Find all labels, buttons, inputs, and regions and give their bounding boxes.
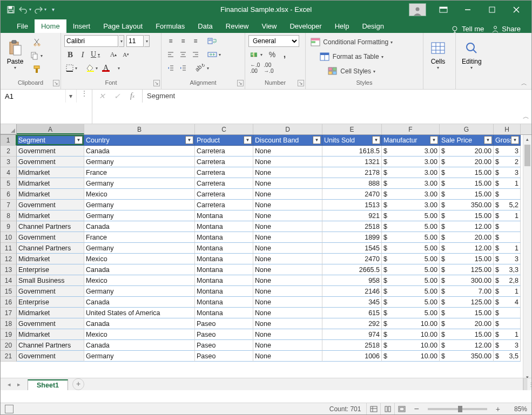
maximize-icon[interactable] — [480, 1, 504, 18]
sheet-nav-prev-icon[interactable]: ◂ — [5, 381, 14, 388]
row-header[interactable]: 9 — [1, 221, 17, 232]
cell[interactable]: Canada — [84, 221, 195, 232]
cell[interactable]: Channel Partners — [17, 221, 84, 232]
format-painter-icon[interactable] — [29, 63, 46, 75]
cell[interactable]: $20.00 — [440, 232, 494, 243]
row-header[interactable]: 13 — [1, 264, 17, 275]
col-header-D[interactable]: D — [253, 124, 322, 134]
cell[interactable]: $ — [494, 318, 521, 329]
account-avatar[interactable] — [409, 4, 426, 16]
cell[interactable]: Enterprise — [17, 297, 84, 308]
cell[interactable]: 2518 — [322, 340, 382, 351]
collapse-ribbon-icon[interactable]: ︿ — [521, 79, 527, 87]
cell[interactable]: Carretera — [195, 167, 253, 178]
cell[interactable]: $10.00 — [382, 351, 440, 362]
cell[interactable]: 888 — [322, 178, 382, 189]
borders-icon[interactable]: ▾ — [64, 62, 80, 74]
shrink-font-icon[interactable]: A▾ — [120, 49, 132, 60]
close-icon[interactable] — [504, 1, 528, 18]
cell[interactable]: None — [253, 329, 322, 340]
cell[interactable]: $5.00 — [382, 275, 440, 286]
cell[interactable]: France — [84, 167, 195, 178]
filter-dropdown-icon[interactable]: ▼ — [75, 136, 83, 144]
cell[interactable]: Midmarket — [17, 189, 84, 200]
row-header[interactable]: 20 — [1, 340, 17, 351]
cell[interactable]: $3 — [494, 146, 521, 157]
cell[interactable]: $3.00 — [382, 157, 440, 167]
cell[interactable]: Mexico — [84, 254, 195, 264]
table-header-cell[interactable]: Country▼ — [84, 135, 195, 146]
table-header-cell[interactable]: Manufactur▼ — [382, 135, 440, 146]
grow-font-icon[interactable]: A▴ — [107, 49, 119, 60]
cell[interactable]: 958 — [322, 275, 382, 286]
tab-data[interactable]: Data — [191, 19, 219, 33]
clipboard-dialog-icon[interactable]: ↘ — [53, 80, 59, 86]
cell[interactable]: $20.00 — [440, 157, 494, 167]
zoom-in-icon[interactable]: + — [496, 405, 500, 413]
cell[interactable]: None — [253, 318, 322, 329]
row-header[interactable]: 12 — [1, 254, 17, 264]
cell[interactable]: Canada — [84, 340, 195, 351]
col-header-F[interactable]: F — [382, 124, 440, 134]
cell[interactable]: Canada — [84, 264, 195, 275]
alignment-dialog-icon[interactable]: ↘ — [237, 80, 244, 86]
col-header-A[interactable]: A — [17, 124, 84, 134]
tab-review[interactable]: Review — [219, 19, 255, 33]
cell[interactable]: Midmarket — [17, 167, 84, 178]
font-size-input[interactable] — [126, 35, 144, 47]
merge-center-icon[interactable]: ▾ — [206, 49, 224, 60]
row-header[interactable]: 16 — [1, 297, 17, 308]
accounting-format-icon[interactable]: 💵▾ — [248, 49, 266, 60]
row-header[interactable]: 4 — [1, 167, 17, 178]
cell[interactable]: Carretera — [195, 200, 253, 210]
row-header[interactable]: 3 — [1, 157, 17, 167]
cell[interactable]: $12.00 — [440, 243, 494, 254]
cell[interactable]: Mexico — [84, 189, 195, 200]
cell[interactable]: $350.00 — [440, 200, 494, 210]
cell[interactable]: Government — [17, 146, 84, 157]
bold-button[interactable]: B — [64, 49, 76, 60]
cell[interactable]: None — [253, 308, 322, 318]
decrease-decimal-icon[interactable]: .00→.0 — [262, 62, 275, 74]
cell[interactable]: $15.00 — [440, 308, 494, 318]
tab-insert[interactable]: Insert — [66, 19, 97, 33]
tab-view[interactable]: View — [255, 19, 283, 33]
cell[interactable]: Government — [17, 157, 84, 167]
save-icon[interactable] — [4, 3, 18, 17]
cell[interactable]: None — [253, 200, 322, 210]
select-all-corner[interactable] — [1, 124, 17, 134]
align-center-icon[interactable] — [177, 49, 189, 60]
row-header[interactable]: 6 — [1, 189, 17, 200]
row-header[interactable]: 11 — [1, 243, 17, 254]
cell[interactable]: $1 — [494, 329, 521, 340]
cell[interactable]: Montana — [195, 286, 253, 297]
name-box[interactable] — [1, 90, 65, 103]
cancel-formula-icon[interactable]: ✕ — [95, 91, 110, 101]
col-header-C[interactable]: C — [195, 124, 253, 134]
cell[interactable]: United States of America — [84, 308, 195, 318]
row-header[interactable]: 7 — [1, 200, 17, 210]
share-button[interactable]: Share — [491, 25, 521, 33]
tab-developer[interactable]: Developer — [283, 19, 328, 33]
tab-help[interactable]: Help — [328, 19, 356, 33]
cell[interactable]: Montana — [195, 243, 253, 254]
cell[interactable]: $12.00 — [440, 221, 494, 232]
tell-me[interactable]: Tell me — [452, 25, 484, 33]
decrease-indent-icon[interactable] — [165, 62, 177, 74]
tab-file[interactable]: File — [10, 19, 35, 33]
sheet-nav-next-icon[interactable]: ▸ — [15, 381, 23, 388]
cell[interactable]: $350.00 — [440, 351, 494, 362]
table-header-cell[interactable]: Product▼ — [195, 135, 253, 146]
row-header[interactable]: 17 — [1, 308, 17, 318]
cell[interactable]: $ — [494, 189, 521, 200]
cell[interactable]: None — [253, 210, 322, 221]
cell[interactable]: Mexico — [84, 329, 195, 340]
cell[interactable]: Germany — [84, 200, 195, 210]
cell[interactable]: Midmarket — [17, 329, 84, 340]
cell[interactable]: $12.00 — [440, 340, 494, 351]
cell[interactable]: $3.00 — [382, 189, 440, 200]
cell[interactable]: Government — [17, 318, 84, 329]
cell[interactable]: $4 — [494, 297, 521, 308]
page-break-view-icon[interactable] — [394, 403, 408, 415]
number-dialog-icon[interactable]: ↘ — [298, 80, 304, 86]
